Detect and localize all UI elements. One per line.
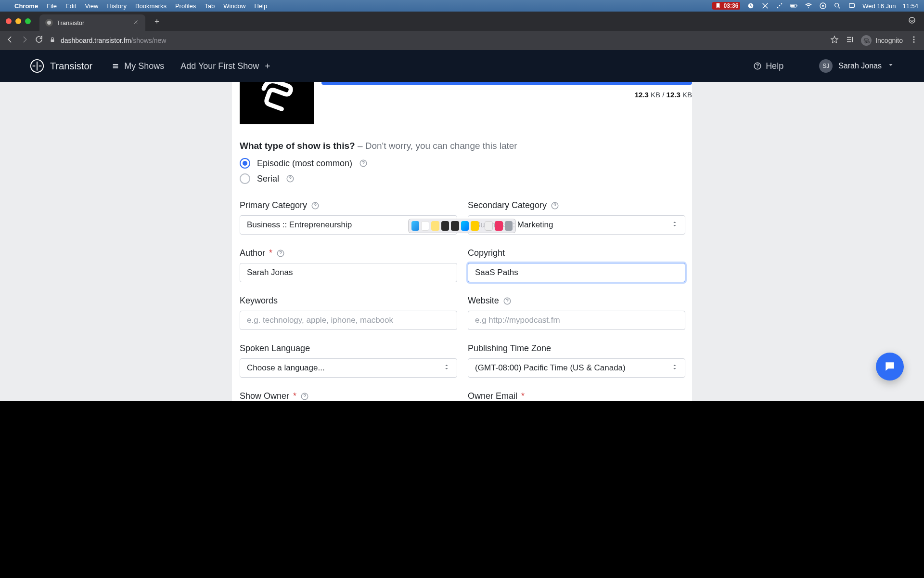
window-zoom-icon[interactable] bbox=[25, 18, 31, 24]
chat-fab-button[interactable] bbox=[876, 353, 904, 381]
menu-help[interactable]: Help bbox=[255, 2, 268, 10]
menu-history[interactable]: History bbox=[107, 2, 126, 10]
nav-my-shows[interactable]: My Shows bbox=[112, 61, 164, 71]
svg-rect-5 bbox=[797, 5, 797, 6]
macos-dock[interactable] bbox=[408, 219, 516, 233]
status-icon-1[interactable] bbox=[747, 2, 755, 10]
label-keywords: Keywords bbox=[240, 296, 278, 306]
menu-file[interactable]: File bbox=[47, 2, 57, 10]
dock-app-media[interactable] bbox=[495, 221, 502, 231]
tab-title: Transistor bbox=[57, 19, 84, 26]
new-tab-button[interactable]: ＋ bbox=[150, 14, 164, 28]
window-controls[interactable] bbox=[6, 18, 31, 24]
battery-icon[interactable] bbox=[790, 2, 798, 10]
incognito-indicator[interactable]: Incognito bbox=[861, 35, 903, 46]
radio-serial[interactable]: Serial bbox=[240, 173, 684, 184]
field-owner-email: Owner Email * bbox=[468, 391, 685, 401]
status-icon-3[interactable] bbox=[776, 2, 783, 10]
menu-tab[interactable]: Tab bbox=[205, 2, 215, 10]
chrome-menu-icon[interactable] bbox=[910, 35, 918, 46]
input-keywords-text[interactable] bbox=[247, 315, 450, 325]
input-author-text[interactable] bbox=[247, 268, 450, 277]
radio-icon bbox=[240, 158, 250, 169]
nav-add-show[interactable]: Add Your First Show bbox=[180, 61, 271, 71]
help-tooltip-icon[interactable] bbox=[311, 201, 320, 210]
dock-app-terminal[interactable] bbox=[441, 221, 449, 231]
menubar-app-name[interactable]: Chrome bbox=[14, 2, 38, 10]
bookmark-star-icon[interactable] bbox=[830, 35, 839, 46]
status-icon-2[interactable] bbox=[761, 2, 769, 10]
menu-view[interactable]: View bbox=[85, 2, 98, 10]
menu-profiles[interactable]: Profiles bbox=[175, 2, 196, 10]
plus-icon bbox=[264, 62, 271, 70]
help-tooltip-icon[interactable] bbox=[286, 174, 295, 183]
svg-rect-22 bbox=[113, 64, 118, 65]
radio-episodic[interactable]: Episodic (most common) bbox=[240, 158, 684, 169]
user-menu[interactable]: SJ Sarah Jonas bbox=[819, 59, 894, 73]
users-icon[interactable] bbox=[848, 2, 856, 10]
menu-bookmarks[interactable]: Bookmarks bbox=[135, 2, 167, 10]
required-mark: * bbox=[521, 391, 525, 401]
radio-serial-label: Serial bbox=[257, 174, 279, 184]
dock-app-doc[interactable] bbox=[485, 221, 493, 231]
input-keywords[interactable] bbox=[240, 311, 457, 330]
menu-window[interactable]: Window bbox=[223, 2, 245, 10]
show-artwork-thumbnail[interactable] bbox=[240, 82, 314, 124]
screen-record-timer[interactable]: 03:36 bbox=[712, 2, 741, 10]
input-website[interactable] bbox=[468, 311, 685, 330]
brand-logo[interactable]: Transistor bbox=[30, 59, 92, 73]
window-close-icon[interactable] bbox=[6, 18, 12, 24]
dock-app-notes[interactable] bbox=[431, 221, 439, 231]
input-website-text[interactable] bbox=[475, 315, 678, 325]
spotlight-icon[interactable] bbox=[834, 2, 841, 10]
select-language[interactable]: Choose a language... bbox=[240, 358, 457, 378]
menu-edit[interactable]: Edit bbox=[65, 2, 76, 10]
url-path: /shows/new bbox=[131, 37, 166, 44]
svg-point-17 bbox=[913, 41, 915, 43]
dock-app-util[interactable] bbox=[471, 221, 478, 231]
input-copyright[interactable] bbox=[468, 263, 685, 282]
tab-close-icon[interactable] bbox=[133, 19, 139, 26]
wifi-icon[interactable] bbox=[805, 2, 812, 10]
dock-app-mail[interactable] bbox=[461, 221, 469, 231]
dock-app-finder[interactable] bbox=[411, 221, 419, 231]
window-minimize-icon[interactable] bbox=[15, 18, 21, 24]
nav-reload-button[interactable] bbox=[35, 35, 43, 46]
chat-bubble-icon bbox=[884, 360, 896, 373]
dock-app-ide[interactable] bbox=[451, 221, 459, 231]
menubar-time[interactable]: 11:54 bbox=[902, 2, 918, 10]
help-tooltip-icon[interactable] bbox=[503, 297, 512, 305]
svg-rect-14 bbox=[51, 39, 54, 41]
help-tooltip-icon[interactable] bbox=[276, 249, 285, 258]
browser-tab-active[interactable]: Transistor bbox=[39, 14, 145, 31]
address-bar[interactable]: dashboard.transistor.fm/shows/new bbox=[49, 37, 824, 45]
label-secondary-category: Secondary Category bbox=[468, 200, 547, 210]
brand-name: Transistor bbox=[50, 61, 92, 72]
nav-help-label: Help bbox=[766, 61, 783, 71]
help-tooltip-icon[interactable] bbox=[300, 392, 309, 401]
help-tooltip-icon[interactable] bbox=[359, 159, 368, 168]
svg-point-12 bbox=[47, 21, 51, 25]
input-author[interactable] bbox=[240, 263, 457, 282]
svg-point-15 bbox=[913, 36, 915, 38]
label-show-owner: Show Owner bbox=[240, 391, 289, 401]
nav-help[interactable]: Help bbox=[753, 61, 783, 71]
menubar-date[interactable]: Wed 16 Jun bbox=[862, 2, 896, 10]
svg-rect-10 bbox=[849, 3, 855, 7]
svg-rect-6 bbox=[791, 5, 795, 7]
required-mark: * bbox=[269, 248, 272, 258]
select-timezone[interactable]: (GMT-08:00) Pacific Time (US & Canada) bbox=[468, 358, 685, 378]
incognito-label: Incognito bbox=[875, 37, 903, 44]
nav-back-button[interactable] bbox=[6, 35, 14, 46]
dock-trash-icon[interactable] bbox=[505, 221, 513, 231]
tabstrip-overflow-icon[interactable] bbox=[908, 16, 916, 26]
svg-point-26 bbox=[757, 67, 758, 68]
help-tooltip-icon[interactable] bbox=[551, 201, 559, 210]
dock-app-chrome[interactable] bbox=[421, 221, 429, 231]
reading-list-icon[interactable] bbox=[846, 35, 854, 46]
user-name: Sarah Jonas bbox=[838, 62, 882, 70]
input-copyright-text[interactable] bbox=[475, 268, 678, 277]
nav-my-shows-label: My Shows bbox=[124, 61, 164, 71]
control-center-icon[interactable] bbox=[819, 2, 827, 10]
artwork-glyph-icon bbox=[249, 82, 304, 119]
